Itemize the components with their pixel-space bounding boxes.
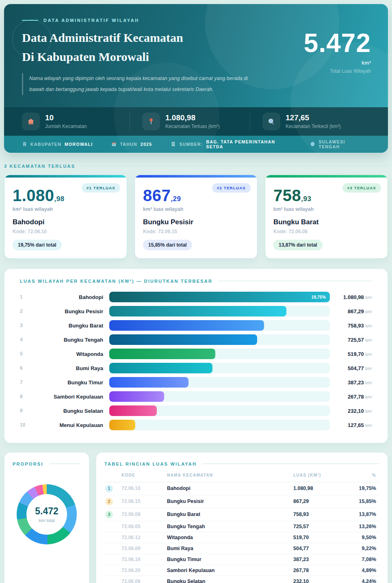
table-kode-cell: 72.06.08 (118, 508, 164, 521)
hero-left: DATA ADMINISTRATIF WILAYAH Data Administ… (22, 18, 256, 95)
bar-track (109, 334, 330, 345)
bar-fill (109, 391, 164, 402)
bar-value: 758,93 km² (330, 323, 372, 329)
col-kode: KODE (118, 469, 164, 482)
total-area-block: 5.472 km² Total Luas Wilayah (304, 30, 371, 95)
bar-track (109, 363, 330, 373)
stat-label: Jumlah Kecamatan (45, 124, 87, 129)
table-luas-cell: 758,93 (290, 508, 347, 521)
proporsi-title: PROPORSI (13, 462, 43, 466)
table-rank-cell (104, 532, 118, 543)
bar-track (109, 377, 330, 388)
card-area-unit: km² luas wilayah (273, 206, 379, 212)
table-row: 72.06.09 Bumi Raya 504,77 9,22% (104, 543, 379, 554)
table-luas-cell: 1.080,98 (290, 482, 347, 495)
bar-rank: 7 (20, 379, 30, 385)
total-area-value: 5.472 (304, 30, 371, 56)
table-rank-cell (104, 554, 118, 565)
table-pct-cell: 13,26% (347, 521, 379, 532)
bar-rank: 9 (20, 408, 30, 414)
bar-value: 725,57 km² (330, 337, 372, 343)
card-accent-bar (4, 175, 127, 178)
bar-rank: 2 (20, 308, 30, 314)
card-kode: Kode: 72.06.10 (13, 229, 119, 234)
table-luas-cell: 267,78 (290, 565, 347, 576)
card-area-int: 758 (273, 186, 301, 204)
bar-row: 2 Bungku Pesisir 867,29 km² (20, 304, 372, 319)
donut-chart-wrap: 5.472 km² total (13, 484, 81, 544)
table-row: 72.06.06 Bungku Selatan 232,10 4,24% (104, 576, 379, 583)
bar-track (109, 349, 330, 359)
table-rank-badge: 1 (105, 485, 113, 492)
table-luas-cell: 504,77 (290, 543, 347, 554)
bar-fill (109, 377, 188, 388)
table-kode-cell: 72.06.15 (118, 495, 164, 508)
col-nama: NAMA KECAMATAN (164, 469, 290, 482)
table-luas-cell: 387,23 (290, 554, 347, 565)
bar-track (109, 306, 330, 316)
bar-rank: 3 (20, 323, 30, 328)
card-rank3-bungku-barat: #3 TERLUAS 758,93 km² luas wilayah Bungk… (265, 175, 388, 259)
table-pct-cell: 9,22% (347, 543, 379, 554)
section-divider (203, 464, 379, 464)
card-area-dec: ,98 (54, 195, 65, 203)
bar-rank: 5 (20, 351, 30, 357)
table-rank-cell: 1 (104, 482, 118, 495)
hero-header: DATA ADMINISTRATIF WILAYAH Data Administ… (4, 4, 388, 107)
bar-fill (109, 349, 215, 359)
proporsi-card: PROPORSI 5.472 km² total (4, 452, 89, 583)
card-area-int: 1.080 (13, 186, 54, 204)
bar-fill (109, 306, 286, 316)
meta-value: MOROWALI (65, 142, 93, 147)
proporsi-header: PROPORSI (13, 462, 81, 466)
bar-kecamatan-label: Bungku Timur (30, 379, 109, 386)
section-divider (81, 166, 388, 166)
table-kode-cell: 72.06.09 (118, 543, 164, 554)
bar-row: 5 Witaponda 519,70 km² (20, 347, 372, 361)
bar-rank: 8 (20, 394, 30, 399)
bar-kecamatan-label: Sambori Kepulauan (30, 394, 109, 400)
card-kecamatan-name: Bungku Pesisir (143, 218, 249, 226)
bar-fill (109, 334, 257, 345)
bar-row: 9 Bungku Selatan 232,10 km² (20, 404, 372, 418)
table-row: 1 72.06.10 Bahodopi 1.080,98 19,75% (104, 482, 379, 495)
bar-track (109, 420, 330, 430)
table-pct-cell: 7,08% (347, 554, 379, 565)
donut-center: 5.472 km² total (26, 494, 67, 535)
bar-row: 6 Bumi Raya 504,77 km² (20, 361, 372, 375)
table-kode-cell: 72.06.10 (118, 482, 164, 495)
table-rank-badge: 2 (105, 498, 113, 505)
bar-fill (109, 363, 212, 373)
bar-value: 267,78 km² (330, 394, 372, 400)
total-area-label: Total Luas Wilayah (304, 68, 371, 74)
bar-kecamatan-label: Menui Kepulauan (30, 422, 109, 428)
top3-section-header: 3 KECAMATAN TERLUAS (4, 164, 388, 169)
bar-percent-label: 19,75% (311, 295, 326, 299)
bar-row: 1 Bahodopi 19,75% 1.080,98 km² (20, 290, 372, 304)
bar-chart-header: LUAS WILAYAH PER KECAMATAN (KM²) — DIURU… (20, 279, 372, 284)
table-head-row: KODE NAMA KECAMATAN LUAS (KM²) % (104, 469, 379, 482)
page-title-line2: Di Kabupaten Morowali (22, 48, 256, 67)
bar-value: 1.080,98 km² (330, 294, 372, 300)
hero-badge-label: DATA ADMINISTRATIF WILAYAH (43, 18, 139, 23)
table-row: 2 72.06.15 Bungku Pesisir 867,29 15,85% (104, 495, 379, 508)
table-nama-cell: Bungku Timur (164, 554, 290, 565)
top3-section-title: 3 KECAMATAN TERLUAS (4, 164, 75, 169)
bar-row: 8 Sambori Kepulauan 267,78 km² (20, 390, 372, 404)
bar-row: 7 Bungku Timur 387,23 km² (20, 375, 372, 390)
bar-fill (109, 420, 135, 430)
bar-chart-card: LUAS WILAYAH PER KECAMATAN (KM²) — DIURU… (4, 269, 388, 443)
meta-value: BAG. TATA PEMERINTAHAN SETDA (206, 139, 292, 149)
bar-kecamatan-label: Bungku Tengah (30, 337, 109, 343)
table-pct-cell: 4,89% (347, 565, 379, 576)
meta-label: KABUPATEN (30, 142, 61, 147)
table-rank-badge: 3 (105, 511, 113, 518)
bar-kecamatan-label: Bungku Pesisir (30, 308, 109, 314)
table-pct-cell: 4,24% (347, 576, 379, 583)
rank-badge: #1 TERLUAS (82, 183, 120, 193)
table-nama-cell: Bungku Tengah (164, 521, 290, 532)
bar-kecamatan-label: Bahodopi (30, 294, 109, 300)
bar-row: 10 Menui Kepulauan 127,65 km² (20, 418, 372, 432)
table-rank-cell: 2 (104, 495, 118, 508)
table-pct-cell: 9,50% (347, 532, 379, 543)
